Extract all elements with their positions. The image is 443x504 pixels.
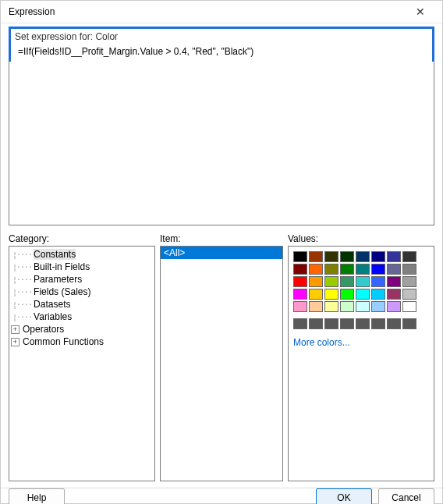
color-swatch[interactable] — [324, 301, 338, 312]
color-swatch[interactable] — [387, 301, 401, 312]
color-swatch[interactable] — [293, 276, 307, 287]
color-swatch[interactable] — [293, 318, 307, 329]
color-swatch[interactable] — [340, 289, 354, 300]
color-swatch[interactable] — [371, 289, 385, 300]
color-swatch[interactable] — [402, 264, 416, 275]
color-swatch[interactable] — [356, 276, 370, 287]
ok-button[interactable]: OK — [316, 488, 372, 504]
tree-leaf-icon: ¦···· — [11, 275, 32, 284]
expression-input[interactable] — [15, 44, 428, 59]
category-panel: Category: ¦····Constants¦····Built-in Fi… — [9, 233, 155, 481]
tree-leaf-icon: ¦···· — [11, 263, 32, 272]
values-panel: Values: More colors... — [288, 233, 434, 481]
color-swatch[interactable] — [402, 318, 416, 329]
titlebar: Expression ✕ — [1, 1, 442, 23]
item-label: Item: — [160, 233, 283, 244]
category-item[interactable]: +Common Functions — [9, 335, 154, 348]
category-item[interactable]: ¦····Constants — [9, 248, 154, 261]
close-icon: ✕ — [416, 5, 425, 18]
category-item-label: Built-in Fields — [34, 261, 90, 272]
color-swatch[interactable] — [309, 318, 323, 329]
category-item[interactable]: ¦····Datasets — [9, 298, 154, 311]
color-swatch[interactable] — [402, 276, 416, 287]
expand-icon[interactable]: + — [11, 338, 19, 346]
color-swatch[interactable] — [371, 251, 385, 262]
color-swatch[interactable] — [402, 289, 416, 300]
category-item-label: Common Functions — [23, 336, 104, 347]
color-swatch[interactable] — [324, 264, 338, 275]
category-item[interactable]: ¦····Built-in Fields — [9, 261, 154, 273]
color-swatch[interactable] — [387, 251, 401, 262]
category-item-label: Datasets — [34, 299, 70, 310]
color-swatch[interactable] — [340, 318, 354, 329]
category-item[interactable]: ¦····Parameters — [9, 273, 154, 286]
category-item-label: Constants — [34, 249, 76, 260]
values-box: More colors... — [288, 246, 434, 481]
category-label: Category: — [9, 233, 155, 244]
tree-leaf-icon: ¦···· — [11, 250, 32, 259]
color-swatch[interactable] — [371, 264, 385, 275]
color-swatch[interactable] — [387, 318, 401, 329]
color-swatch[interactable] — [371, 301, 385, 312]
color-swatch[interactable] — [340, 301, 354, 312]
color-swatch[interactable] — [356, 318, 370, 329]
color-swatch[interactable] — [340, 276, 354, 287]
color-swatch[interactable] — [340, 264, 354, 275]
color-swatch[interactable] — [371, 318, 385, 329]
color-swatch[interactable] — [293, 301, 307, 312]
color-swatch[interactable] — [387, 276, 401, 287]
dialog-title: Expression — [9, 6, 405, 17]
color-swatch[interactable] — [356, 301, 370, 312]
category-item[interactable]: ¦····Fields (Sales) — [9, 286, 154, 298]
expression-textarea[interactable] — [9, 62, 434, 225]
gray-swatch-row — [293, 318, 429, 329]
color-swatch[interactable] — [387, 289, 401, 300]
color-swatch[interactable] — [324, 276, 338, 287]
color-swatch[interactable] — [293, 264, 307, 275]
color-swatch[interactable] — [309, 264, 323, 275]
button-bar: Help OK Cancel — [1, 488, 442, 504]
tree-leaf-icon: ¦···· — [11, 300, 32, 309]
values-label: Values: — [288, 233, 434, 244]
color-swatch[interactable] — [387, 264, 401, 275]
item-panel: Item: <All> — [160, 233, 283, 481]
color-swatch[interactable] — [309, 251, 323, 262]
color-swatch[interactable] — [309, 301, 323, 312]
category-item-label: Operators — [23, 324, 64, 335]
expand-icon[interactable]: + — [11, 325, 19, 334]
color-swatch-grid — [293, 251, 429, 312]
category-item-label: Fields (Sales) — [34, 286, 90, 297]
item-list[interactable]: <All> — [160, 246, 283, 481]
color-swatch[interactable] — [402, 301, 416, 312]
color-swatch[interactable] — [324, 289, 338, 300]
help-button[interactable]: Help — [9, 488, 65, 504]
color-swatch[interactable] — [324, 251, 338, 262]
category-item[interactable]: ¦····Variables — [9, 311, 154, 323]
more-colors-link[interactable]: More colors... — [293, 337, 429, 348]
color-swatch[interactable] — [402, 251, 416, 262]
tree-leaf-icon: ¦···· — [11, 313, 32, 321]
category-item-label: Variables — [34, 311, 72, 322]
category-item-label: Parameters — [34, 274, 82, 285]
close-button[interactable]: ✕ — [405, 1, 436, 23]
color-swatch[interactable] — [309, 276, 323, 287]
category-item[interactable]: +Operators — [9, 323, 154, 335]
lower-panels: Category: ¦····Constants¦····Built-in Fi… — [9, 233, 434, 481]
category-tree[interactable]: ¦····Constants¦····Built-in Fields¦····P… — [9, 246, 155, 481]
color-swatch[interactable] — [356, 264, 370, 275]
expression-dialog: Expression ✕ Set expression for: Color C… — [0, 0, 443, 504]
set-expression-label: Set expression for: Color — [15, 31, 428, 42]
color-swatch[interactable] — [356, 289, 370, 300]
tree-leaf-icon: ¦···· — [11, 288, 32, 296]
color-swatch[interactable] — [340, 251, 354, 262]
color-swatch[interactable] — [293, 251, 307, 262]
item-row[interactable]: <All> — [161, 247, 282, 259]
color-swatch[interactable] — [309, 289, 323, 300]
expression-highlight-box: Set expression for: Color — [9, 27, 434, 65]
color-swatch[interactable] — [324, 318, 338, 329]
color-swatch[interactable] — [371, 276, 385, 287]
dialog-content: Set expression for: Color Category: ¦···… — [1, 23, 442, 488]
color-swatch[interactable] — [356, 251, 370, 262]
cancel-button[interactable]: Cancel — [378, 488, 434, 504]
color-swatch[interactable] — [293, 289, 307, 300]
